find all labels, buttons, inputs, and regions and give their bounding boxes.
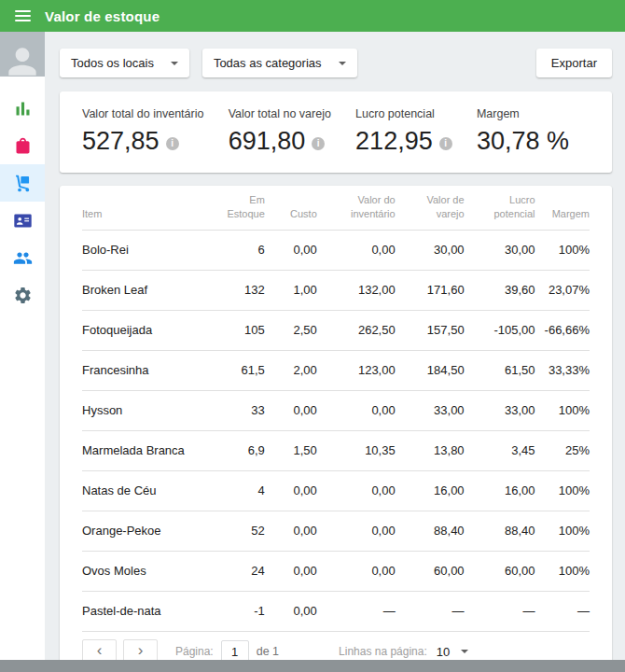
table-row[interactable]: Broken Leaf1321,00132,00171,6039,6023,07… xyxy=(82,270,590,310)
sidebar-item-reports[interactable] xyxy=(0,90,45,127)
metric-label: Valor total no varejo xyxy=(229,107,331,120)
bar-chart-icon xyxy=(13,99,33,119)
table-row[interactable]: Natas de Céu40,000,0016,0016,00100% xyxy=(82,470,590,511)
table-cell: 100% xyxy=(535,511,590,551)
metric-margin: Margem 30,78 % xyxy=(477,107,569,156)
categories-dropdown[interactable]: Todas as categorias xyxy=(202,49,357,77)
summary-card: Valor total do inventário 527,85 Valor t… xyxy=(60,91,612,173)
hamburger-menu-icon[interactable] xyxy=(0,0,45,32)
sidebar xyxy=(0,32,45,660)
table-cell: 24 xyxy=(207,551,265,591)
table-cell: Marmelada Branca xyxy=(82,430,207,470)
column-header: Item xyxy=(82,186,207,230)
table-cell: 2,00 xyxy=(265,350,317,390)
info-icon[interactable] xyxy=(439,137,452,150)
info-icon[interactable] xyxy=(166,137,179,150)
metric-value: 691,80 xyxy=(229,127,331,156)
sidebar-item-inventory[interactable] xyxy=(0,164,45,202)
table-cell: 100% xyxy=(535,390,590,430)
table-cell: — xyxy=(317,591,396,631)
table-cell: 10,35 xyxy=(317,430,396,470)
table-cell: 0,00 xyxy=(317,551,396,591)
table-cell: 25% xyxy=(535,430,590,470)
table-cell: 0,00 xyxy=(317,470,396,511)
locations-dropdown-label: Todos os locais xyxy=(71,56,154,70)
table-cell: 6,9 xyxy=(207,430,265,470)
table-row[interactable]: Orange-Pekoe520,000,0088,4088,40100% xyxy=(82,511,590,551)
metric-number: 212,95 xyxy=(355,127,433,156)
categories-dropdown-label: Todas as categorias xyxy=(214,56,322,70)
table-cell: -1 xyxy=(207,591,265,631)
table-row[interactable]: Marmelada Branca6,91,5010,3513,803,4525% xyxy=(82,430,590,470)
column-header: Valor de varejo xyxy=(396,186,465,230)
table-row[interactable]: Pastel-de-nata-10,00———— xyxy=(82,591,590,631)
table-cell: 0,00 xyxy=(265,390,317,430)
table-row[interactable]: Ovos Moles240,000,0060,0060,00100% xyxy=(82,551,590,591)
metric-value: 527,85 xyxy=(82,127,203,156)
table-cell: 0,00 xyxy=(265,591,317,631)
rows-per-page-select[interactable]: Linhas na página: 10 xyxy=(339,645,468,659)
table-cell: 1,00 xyxy=(265,270,317,310)
table-cell: 0,00 xyxy=(265,551,317,591)
column-header: Em Estoque xyxy=(207,186,265,230)
table-cell: 184,50 xyxy=(396,350,465,390)
table-row[interactable]: Francesinha61,52,00123,00184,5061,5033,3… xyxy=(82,350,590,390)
page-label: Página: xyxy=(175,645,214,658)
stock-table: ItemEm EstoqueCustoValor do inventárioVa… xyxy=(82,186,590,632)
table-cell: -105,00 xyxy=(465,310,535,350)
table-row[interactable]: Hysson330,000,0033,0033,00100% xyxy=(82,390,590,430)
table-cell: Orange-Pekoe xyxy=(82,511,207,551)
table-cell: 16,00 xyxy=(396,470,465,511)
app-header: Valor de estoque xyxy=(0,0,625,32)
table-cell: 88,40 xyxy=(396,511,465,551)
table-cell: 3,45 xyxy=(465,430,535,470)
table-cell: Fotoqueijada xyxy=(82,310,207,350)
table-cell: Ovos Moles xyxy=(82,551,207,591)
table-cell: -66,66% xyxy=(535,310,590,350)
sidebar-item-items[interactable] xyxy=(0,127,45,164)
table-cell: 88,40 xyxy=(465,511,535,551)
bottom-strip xyxy=(0,660,625,672)
person-icon xyxy=(2,41,43,77)
table-cell: — xyxy=(535,591,590,631)
chevron-down-icon xyxy=(461,650,468,657)
column-header: Margem xyxy=(535,186,590,230)
metric-label: Valor total do inventário xyxy=(82,107,203,120)
avatar[interactable] xyxy=(0,32,45,77)
metric-number: 691,80 xyxy=(229,127,306,156)
table-cell: 23,07% xyxy=(535,270,590,310)
table-cell: 157,50 xyxy=(396,310,465,350)
table-cell: 105 xyxy=(207,310,265,350)
table-cell: 100% xyxy=(535,551,590,591)
shopping-bag-icon xyxy=(13,136,33,156)
table-cell: 1,50 xyxy=(265,430,317,470)
rows-per-page-label: Linhas na página: xyxy=(339,645,427,658)
chevron-down-icon xyxy=(171,62,178,69)
column-header: Lucro potencial xyxy=(465,186,535,230)
table-cell: 132 xyxy=(207,270,265,310)
main-content: Todos os locais Todas as categorias Expo… xyxy=(45,32,625,660)
export-button[interactable]: Exportar xyxy=(536,49,612,77)
sidebar-item-customers[interactable] xyxy=(0,239,45,276)
table-row[interactable]: Fotoqueijada1052,50262,50157,50-105,00-6… xyxy=(82,310,590,350)
table-cell: Hysson xyxy=(82,390,207,430)
table-body: Bolo-Rei60,000,0030,0030,00100%Broken Le… xyxy=(82,230,590,631)
people-icon xyxy=(13,248,33,268)
metric-inventory-value: Valor total do inventário 527,85 xyxy=(82,107,203,156)
locations-dropdown[interactable]: Todos os locais xyxy=(60,49,189,77)
chevron-down-icon xyxy=(339,62,346,69)
sidebar-item-settings[interactable] xyxy=(0,276,45,314)
table-cell: 33,00 xyxy=(465,390,535,430)
info-icon[interactable] xyxy=(312,137,325,150)
table-row[interactable]: Bolo-Rei60,000,0030,0030,00100% xyxy=(82,230,590,270)
table-cell: 123,00 xyxy=(317,350,396,390)
sidebar-item-employees[interactable] xyxy=(0,202,45,239)
page-total-label: de 1 xyxy=(257,645,279,658)
table-cell: 0,00 xyxy=(317,230,396,270)
table-cell: Francesinha xyxy=(82,350,207,390)
table-cell: 60,00 xyxy=(465,551,535,591)
column-header: Valor do inventário xyxy=(317,186,396,230)
page-title: Valor de estoque xyxy=(45,8,160,24)
table-cell: 132,00 xyxy=(317,270,396,310)
filter-row: Todos os locais Todas as categorias Expo… xyxy=(60,49,612,77)
